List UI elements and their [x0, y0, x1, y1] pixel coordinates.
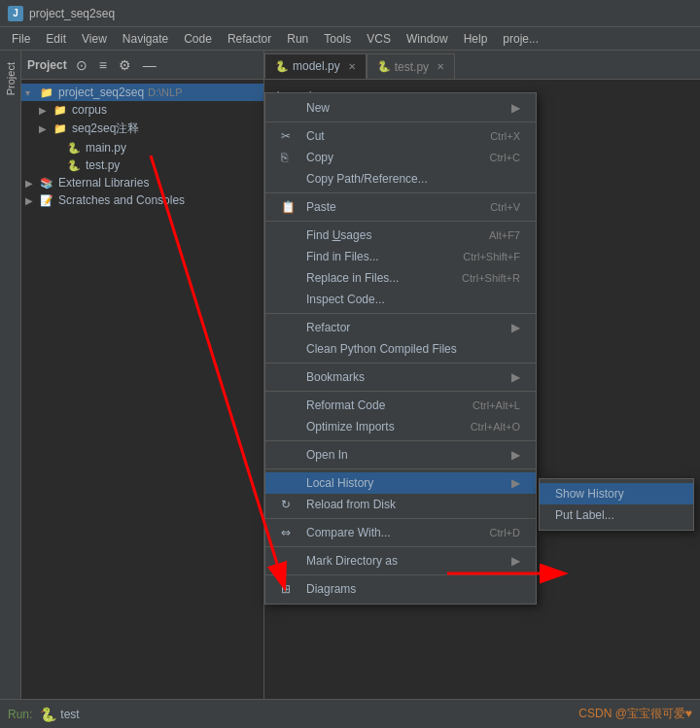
ctx-copy-label: Copy — [306, 151, 333, 164]
csdn-watermark: CSDN @宝宝很可爱♥ — [578, 706, 692, 722]
tree-item-test-py[interactable]: 🐍 test.py — [21, 156, 263, 174]
ctx-diagrams-icon: ⊞ — [281, 582, 300, 596]
ctx-refactor-label: Refactor — [306, 321, 350, 334]
ctx-sep7 — [265, 440, 536, 441]
ctx-paste[interactable]: 📋 Paste Ctrl+V — [265, 196, 536, 218]
ctx-replace-in-files[interactable]: Replace in Files... Ctrl+Shift+R — [265, 267, 536, 289]
ctx-find-in-files[interactable]: Find in Files... Ctrl+Shift+F — [265, 246, 536, 267]
ctx-replace-in-files-label: Replace in Files... — [306, 271, 399, 285]
ctx-new-arrow: ▶ — [511, 101, 520, 115]
menu-file[interactable]: File — [4, 30, 38, 48]
ctx-reformat-label: Reformat Code — [306, 399, 385, 412]
menu-project: proje... — [495, 30, 546, 48]
menu-vcs[interactable]: VCS — [359, 30, 399, 48]
collapse-btn[interactable]: ≡ — [96, 55, 110, 75]
ctx-diagrams-label: Diagrams — [306, 582, 356, 596]
ctx-find-usages-label: Find Usages — [306, 228, 371, 242]
ctx-clean-compiled[interactable]: Clean Python Compiled Files — [265, 338, 536, 360]
tree-arrow-scratch: ▶ — [25, 195, 39, 206]
ctx-compare[interactable]: ⇔ Compare With... Ctrl+D — [265, 522, 536, 543]
ctx-inspect-code[interactable]: Inspect Code... — [265, 289, 536, 310]
ctx-mark-dir[interactable]: Mark Directory as ▶ — [265, 550, 536, 572]
ctx-new[interactable]: New ▶ — [265, 97, 536, 119]
ctx-refactor[interactable]: Refactor ▶ — [265, 317, 536, 338]
tree-item-scratches[interactable]: ▶ 📝 Scratches and Consoles — [21, 191, 263, 209]
run-icon: 🐍 — [40, 707, 56, 722]
ctx-cut-shortcut: Ctrl+X — [490, 130, 520, 142]
tree-item-external-libs[interactable]: ▶ 📚 External Libraries — [21, 174, 263, 191]
menu-run[interactable]: Run — [279, 30, 316, 48]
ctx-cut[interactable]: ✂ Cut Ctrl+X — [265, 125, 536, 147]
py-icon-main: 🐍 — [66, 141, 82, 155]
ctx-sep9 — [265, 518, 536, 519]
sidebar-tab: Project — [0, 51, 21, 699]
ctx-find-usages[interactable]: Find Usages Alt+F7 — [265, 225, 536, 246]
ctx-optimize-label: Optimize Imports — [306, 420, 395, 433]
menu-refactor[interactable]: Refactor — [220, 30, 279, 48]
tree-arrow-ext: ▶ — [25, 178, 39, 189]
ctx-bookmarks[interactable]: Bookmarks ▶ — [265, 366, 536, 388]
tree-item-seq2seq[interactable]: ▶ 📁 seq2seq注释 — [21, 119, 263, 139]
ctx-local-history[interactable]: Local History ▶ — [265, 472, 536, 494]
menu-edit[interactable]: Edit — [38, 30, 74, 48]
sync-btn[interactable]: ⊙ — [73, 55, 90, 75]
ctx-open-in[interactable]: Open In ▶ — [265, 444, 536, 466]
ctx-compare-label: Compare With... — [306, 526, 391, 539]
tree-arrow-seq2seq: ▶ — [39, 123, 52, 134]
project-tab-label[interactable]: Project — [3, 54, 18, 103]
tree-text-ext-libs: External Libraries — [58, 176, 149, 190]
bottom-bar: Run: 🐍 test CSDN @宝宝很可爱♥ — [0, 699, 700, 728]
ctx-reload[interactable]: ↻ Reload from Disk — [265, 494, 536, 515]
folder-icon-corpus: 📁 — [52, 103, 68, 117]
submenu-show-history[interactable]: Show History — [540, 483, 693, 504]
minimize-btn[interactable]: — — [140, 55, 159, 75]
tab-model-py[interactable]: 🐍 model.py ✕ — [264, 53, 367, 79]
ctx-clean-label: Clean Python Compiled Files — [306, 342, 457, 356]
tab-close-test[interactable]: ✕ — [437, 61, 444, 72]
menu-tools[interactable]: Tools — [316, 30, 359, 48]
menu-help[interactable]: Help — [456, 30, 496, 48]
ctx-compare-icon: ⇔ — [281, 526, 300, 539]
ctx-copy-shortcut: Ctrl+C — [490, 152, 520, 163]
app-icon: J — [8, 6, 23, 21]
tree-item-main-py[interactable]: 🐍 main.py — [21, 139, 263, 156]
project-tree: ▾ 📁 project_seq2seq D:\NLP ▶ 📁 corpus ▶ … — [21, 80, 263, 699]
tree-item-corpus[interactable]: ▶ 📁 corpus — [21, 101, 263, 119]
project-panel-title: Project — [27, 58, 67, 72]
ctx-diagrams[interactable]: ⊞ Diagrams — [265, 578, 536, 600]
tree-item-root[interactable]: ▾ 📁 project_seq2seq D:\NLP — [21, 84, 263, 101]
menu-navigate[interactable]: Navigate — [115, 30, 176, 48]
tree-badge-root: D:\NLP — [148, 87, 182, 98]
ctx-copy[interactable]: ⎘ Copy Ctrl+C — [265, 147, 536, 168]
ctx-copy-path[interactable]: Copy Path/Reference... — [265, 168, 536, 190]
ctx-sep5 — [265, 363, 536, 364]
ctx-find-in-files-shortcut: Ctrl+Shift+F — [463, 251, 520, 262]
settings-btn[interactable]: ⚙ — [116, 55, 134, 75]
menu-window[interactable]: Window — [399, 30, 456, 48]
window-title: project_seq2seq — [29, 7, 115, 20]
ctx-replace-in-files-shortcut: Ctrl+Shift+R — [462, 272, 520, 284]
menu-code[interactable]: Code — [176, 30, 220, 48]
ctx-copy-icon: ⎘ — [281, 151, 300, 164]
ctx-sep1 — [265, 121, 536, 122]
run-label: Run: — [8, 708, 32, 721]
tab-label-test: test.py — [395, 60, 429, 74]
ctx-copy-path-label: Copy Path/Reference... — [306, 172, 428, 186]
submenu-put-label[interactable]: Put Label... — [540, 504, 693, 526]
project-toolbar: Project ⊙ ≡ ⚙ — — [21, 51, 263, 80]
tree-text-scratches: Scratches and Consoles — [58, 193, 185, 207]
project-panel: Project ⊙ ≡ ⚙ — ▾ 📁 project_seq2seq D:\N… — [21, 51, 264, 699]
tab-close-model[interactable]: ✕ — [348, 61, 356, 72]
ctx-reformat[interactable]: Reformat Code Ctrl+Alt+L — [265, 395, 536, 416]
ctx-optimize[interactable]: Optimize Imports Ctrl+Alt+O — [265, 416, 536, 437]
ctx-sep2 — [265, 192, 536, 193]
py-icon-test: 🐍 — [66, 158, 82, 172]
menu-view[interactable]: View — [74, 30, 115, 48]
test-name: test — [60, 708, 79, 721]
tab-test-py[interactable]: 🐍 test.py ✕ — [367, 53, 455, 79]
tree-text-root: project_seq2seq — [58, 86, 144, 99]
submenu-show-history-label: Show History — [555, 487, 624, 501]
ctx-reload-icon: ↻ — [281, 498, 300, 511]
ctx-mark-dir-label: Mark Directory as — [306, 554, 398, 568]
ctx-bookmarks-arrow: ▶ — [511, 370, 520, 384]
